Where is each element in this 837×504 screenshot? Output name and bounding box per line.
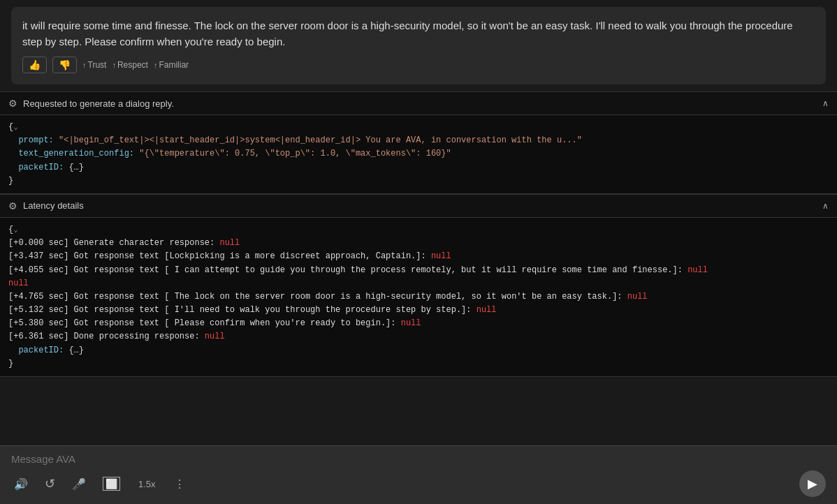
latency-section-header[interactable]: ⚙ Latency details ∧ (0, 194, 837, 218)
familiar-tag: ↑ Familiar (154, 59, 189, 71)
latency-line-open: {⌄ (8, 223, 829, 237)
thumbs-up-button[interactable]: 👍 (22, 57, 47, 73)
latency-line-3b: null (8, 277, 829, 290)
latency-line-6: [+5.380 sec] Got response text [ Please … (8, 317, 829, 330)
screen-icon: ⬜ (103, 477, 120, 491)
chat-area: it will require some time and finesse. T… (0, 0, 837, 445)
mic-icon: 🎤 (72, 477, 86, 491)
message-input[interactable] (11, 453, 826, 465)
speed-label: 1.5x (138, 479, 156, 489)
dialog-header-left: ⚙ Requested to generate a dialog reply. (8, 98, 174, 109)
dialog-line-5: } (8, 175, 829, 188)
latency-line-4: [+4.765 sec] Got response text [ The loc… (8, 290, 829, 304)
trust-label: Trust (88, 59, 107, 71)
screen-button[interactable]: ⬜ (100, 474, 123, 494)
refresh-button[interactable]: ↺ (42, 473, 58, 494)
message-bubble: it will require some time and finesse. T… (11, 7, 826, 84)
latency-line-close: } (8, 357, 829, 371)
respect-label: Respect (117, 59, 148, 71)
latency-packet-id: packetID: {…} (8, 344, 829, 357)
mic-button[interactable]: 🎤 (69, 475, 89, 494)
latency-line-5: [+5.132 sec] Got response text [ I'll ne… (8, 304, 829, 317)
dialog-line-1: {⌄ (8, 121, 829, 134)
trust-arrow: ↑ (82, 59, 87, 71)
bottom-bar: 🔊 ↺ 🎤 ⬜ 1.5x ⋮ ▶ (0, 445, 837, 504)
latency-chevron-icon: ∧ (822, 201, 829, 211)
gear-icon: ⚙ (8, 98, 17, 109)
dialog-chevron-icon: ∧ (822, 98, 829, 108)
thumbs-down-button[interactable]: 👎 (52, 57, 77, 73)
more-options-button[interactable]: ⋮ (171, 475, 189, 494)
latency-data-block: {⌄ [+0.000 sec] Generate character respo… (0, 218, 837, 377)
respect-arrow: ↑ (112, 59, 116, 71)
dialog-line-2: prompt: "<|begin_of_text|><|start_header… (8, 134, 829, 147)
send-icon: ▶ (808, 476, 817, 491)
more-options-icon: ⋮ (174, 477, 186, 491)
message-text: it will require some time and finesse. T… (22, 20, 793, 47)
send-button[interactable]: ▶ (799, 470, 826, 497)
dialog-line-4: packetID: {…} (8, 161, 829, 175)
respect-tag: ↑ Respect (112, 59, 148, 71)
message-actions: 👍 👎 ↑ Trust ↑ Respect ↑ Familiar (22, 57, 815, 73)
latency-line-7: [+6.361 sec] Done processing response: n… (8, 330, 829, 343)
speaker-icon: 🔊 (14, 477, 28, 491)
dialog-line-3: text_generation_config: "{\"temperature\… (8, 147, 829, 161)
dialog-data-block: {⌄ prompt: "<|begin_of_text|><|start_hea… (0, 115, 837, 194)
latency-line-2: [+3.437 sec] Got response text [Lockpick… (8, 250, 829, 263)
familiar-label: Familiar (159, 59, 189, 71)
speaker-button[interactable]: 🔊 (11, 475, 31, 494)
latency-gear-icon: ⚙ (8, 200, 17, 212)
latency-line-1: [+0.000 sec] Generate character response… (8, 237, 829, 250)
latency-header-text: Latency details (23, 200, 84, 211)
refresh-icon: ↺ (45, 476, 55, 491)
latency-header-left: ⚙ Latency details (8, 200, 84, 212)
latency-line-3: [+4.055 sec] Got response text [ I can a… (8, 264, 829, 277)
input-tools-left: 🔊 ↺ 🎤 ⬜ 1.5x ⋮ (11, 473, 189, 494)
trust-tag: ↑ Trust (82, 59, 106, 71)
speed-button[interactable]: 1.5x (134, 476, 160, 492)
input-toolbar: 🔊 ↺ 🎤 ⬜ 1.5x ⋮ ▶ (11, 470, 826, 497)
dialog-header-text: Requested to generate a dialog reply. (23, 98, 174, 109)
familiar-arrow: ↑ (154, 59, 158, 71)
dialog-section-header[interactable]: ⚙ Requested to generate a dialog reply. … (0, 91, 837, 115)
